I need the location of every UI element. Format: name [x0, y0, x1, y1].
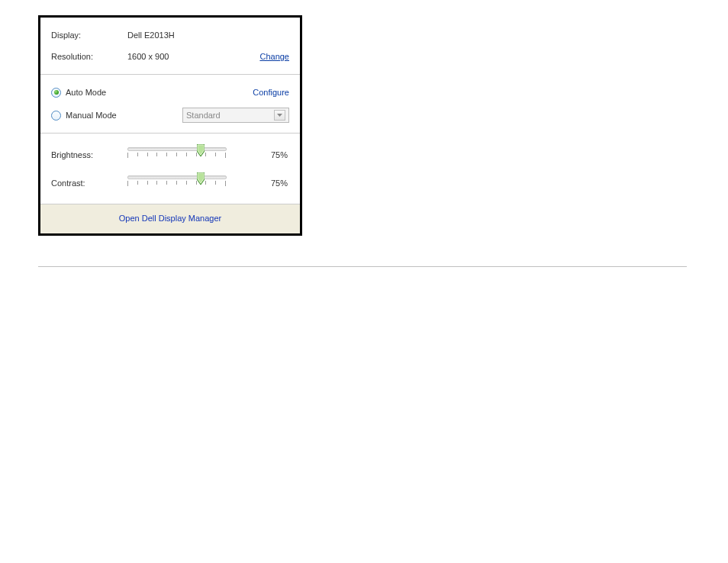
resolution-value: 1600 x 900	[127, 52, 259, 61]
configure-link[interactable]: Configure	[253, 88, 289, 97]
contrast-value: 75%	[227, 179, 288, 188]
mode-section: Auto Mode Configure Manual Mode Standard	[40, 74, 300, 133]
resolution-label: Resolution:	[51, 52, 127, 61]
display-info-section: Display: Dell E2013H Resolution: 1600 x …	[40, 18, 300, 74]
page-divider	[38, 266, 687, 267]
sliders-section: Brightness: 75% Contrast:	[40, 133, 300, 204]
display-settings-panel: Display: Dell E2013H Resolution: 1600 x …	[38, 15, 302, 236]
preset-dropdown[interactable]: Standard	[182, 108, 289, 123]
change-link[interactable]: Change	[259, 52, 289, 61]
open-display-manager-link[interactable]: Open Dell Display Manager	[119, 214, 222, 223]
display-value: Dell E2013H	[127, 31, 289, 40]
footer-bar: Open Dell Display Manager	[40, 204, 300, 233]
auto-mode-radio[interactable]	[51, 88, 61, 98]
contrast-label: Contrast:	[51, 179, 127, 188]
slider-ticks	[127, 181, 227, 187]
svg-marker-0	[277, 114, 282, 117]
auto-mode-label: Auto Mode	[66, 88, 106, 97]
brightness-label: Brightness:	[51, 150, 127, 159]
brightness-slider[interactable]	[127, 143, 227, 166]
display-label: Display:	[51, 31, 127, 40]
chevron-down-icon	[274, 110, 285, 121]
manual-mode-radio[interactable]	[51, 111, 61, 121]
brightness-value: 75%	[227, 150, 288, 159]
contrast-slider[interactable]	[127, 171, 227, 195]
slider-ticks	[127, 153, 227, 159]
manual-mode-label: Manual Mode	[66, 111, 117, 120]
preset-selected-label: Standard	[186, 111, 221, 120]
